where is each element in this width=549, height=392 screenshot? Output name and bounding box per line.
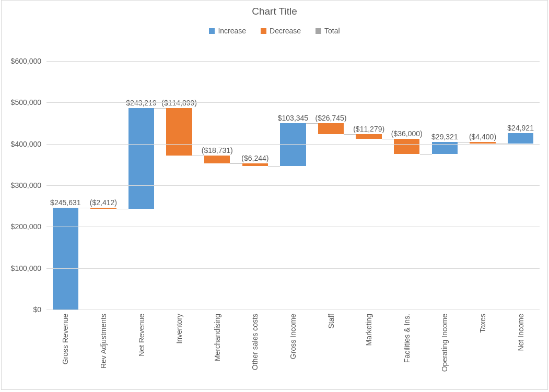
connector-line	[496, 144, 508, 144]
bar-decrease	[90, 208, 116, 209]
x-tick-label: Other sales costs	[236, 314, 274, 387]
data-label: ($11,279)	[353, 125, 384, 133]
plot-area: $245,631($2,412)$243,219($114,899)($18,7…	[46, 61, 540, 310]
legend-label-increase: Increase	[218, 27, 246, 35]
x-tick-label: Inventory	[160, 314, 198, 387]
x-tick-label: Gross Revenue	[46, 314, 85, 387]
data-label: ($2,412)	[90, 198, 117, 207]
legend-swatch-decrease	[261, 28, 266, 34]
gridline	[46, 185, 540, 186]
y-tick-label: $500,000	[11, 98, 46, 106]
legend-swatch-increase	[209, 28, 215, 34]
legend-label-total: Total	[324, 27, 340, 35]
bar-increase	[280, 123, 306, 166]
connector-line	[116, 209, 129, 209]
connector-line	[306, 123, 318, 124]
y-tick-label: $600,000	[11, 57, 46, 65]
legend-swatch-total	[316, 28, 321, 34]
data-label: ($36,000)	[391, 129, 423, 138]
data-label: ($26,745)	[316, 114, 347, 122]
data-label: ($18,731)	[202, 146, 233, 155]
data-label: $24,921	[507, 124, 534, 132]
bar-increase	[508, 133, 533, 144]
x-tick-label: Rev Adjustments	[85, 314, 123, 387]
y-tick-label: $300,000	[11, 181, 46, 189]
chart-container: Chart Title Increase Decrease Total $245…	[1, 0, 548, 390]
legend-item-decrease: Decrease	[261, 27, 301, 35]
x-tick-label: Staff	[312, 314, 350, 387]
data-label: $245,631	[50, 198, 80, 207]
bar-decrease	[394, 139, 419, 154]
gridline	[46, 227, 540, 227]
x-tick-label: Taxes	[464, 314, 502, 387]
connector-line	[420, 154, 432, 155]
bar-decrease	[166, 108, 192, 156]
connector-line	[344, 134, 356, 135]
x-tick-label: Net Revenue	[122, 314, 160, 387]
legend-item-increase: Increase	[209, 27, 246, 35]
x-tick-label: Facilities & Ins.	[388, 314, 426, 387]
x-tick-label: Marketing	[350, 314, 388, 387]
x-tick-label: Gross Income	[274, 314, 312, 387]
gridline	[46, 144, 540, 145]
connector-line	[382, 139, 394, 139]
connector-line	[230, 163, 242, 164]
connector-line	[458, 142, 470, 142]
connector-line	[78, 208, 90, 208]
x-tick-label: Operating Income	[426, 314, 464, 387]
x-tick-label: Net Income	[501, 314, 540, 387]
y-tick-label: $0	[33, 305, 46, 314]
bar-increase	[53, 208, 78, 310]
bar-decrease	[204, 156, 230, 163]
connector-line	[154, 108, 166, 109]
gridline	[46, 102, 540, 103]
x-tick-label: Merchandising	[198, 314, 236, 387]
data-label: $29,321	[431, 133, 458, 141]
connector-line	[192, 156, 204, 156]
gridline	[46, 268, 540, 269]
y-tick-label: $200,000	[11, 222, 46, 231]
connector-line	[268, 166, 280, 167]
bar-increase	[129, 108, 154, 209]
x-axis-labels: Gross RevenueRev AdjustmentsNet RevenueI…	[46, 314, 540, 387]
bar-decrease	[318, 123, 344, 134]
bar-decrease	[242, 163, 268, 166]
legend: Increase Decrease Total	[2, 27, 547, 35]
gridline	[46, 61, 540, 62]
bar-decrease	[470, 142, 495, 144]
legend-item-total: Total	[316, 27, 340, 35]
bar-decrease	[356, 134, 381, 139]
chart-title: Chart Title	[2, 1, 547, 17]
y-tick-label: $100,000	[11, 264, 46, 272]
data-label: ($4,400)	[469, 133, 496, 141]
y-tick-label: $400,000	[11, 140, 46, 148]
data-label: $103,345	[278, 114, 308, 122]
legend-label-decrease: Decrease	[270, 27, 301, 35]
data-label: ($6,244)	[241, 154, 268, 162]
